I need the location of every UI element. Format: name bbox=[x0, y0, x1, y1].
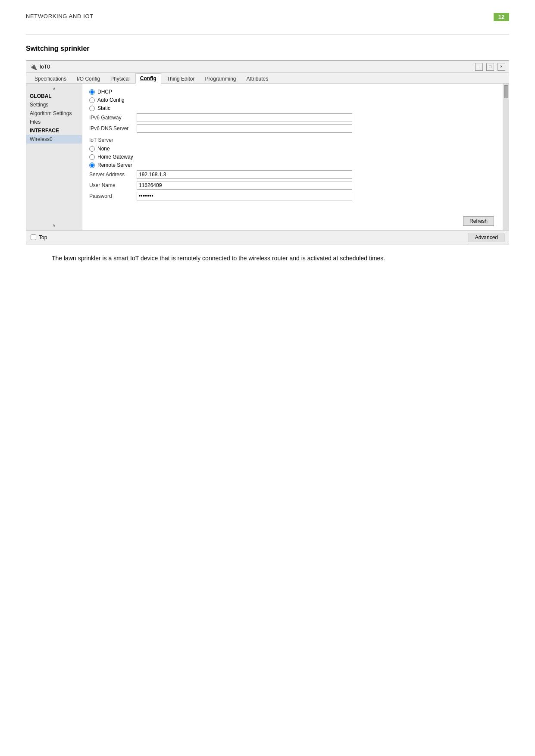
top-checkbox[interactable] bbox=[31, 234, 36, 240]
scroll-thumb[interactable] bbox=[504, 85, 508, 98]
none-radio[interactable] bbox=[89, 146, 95, 152]
page-title: NETWORKING AND IOT bbox=[26, 13, 94, 19]
sidebar-item-settings[interactable]: Settings bbox=[26, 100, 82, 109]
minimize-button[interactable]: – bbox=[475, 63, 483, 71]
server-address-label: Server Address bbox=[89, 172, 137, 178]
sidebar-scroll-down[interactable]: ∨ bbox=[26, 222, 82, 228]
body-text: The lawn sprinkler is a smart IoT device… bbox=[26, 253, 509, 264]
sidebar-item-algorithm-settings[interactable]: Algorithm Settings bbox=[26, 109, 82, 118]
config-content-panel: DHCP Auto Config Static IPv6 Gateway IPv… bbox=[82, 84, 503, 230]
window-icon: 🔌 bbox=[30, 63, 37, 70]
header-divider bbox=[26, 34, 509, 34]
body-paragraph: The lawn sprinkler is a smart IoT device… bbox=[26, 253, 509, 264]
remote-server-label[interactable]: Remote Server bbox=[97, 162, 132, 168]
auto-config-radio[interactable] bbox=[89, 97, 95, 103]
password-row: Password bbox=[89, 192, 496, 200]
page-header: NETWORKING AND IOT 12 bbox=[26, 13, 509, 21]
section-heading: Switching sprinkler bbox=[26, 45, 509, 53]
sidebar-item-global[interactable]: GLOBAL bbox=[26, 92, 82, 100]
dhcp-radio[interactable] bbox=[89, 89, 95, 95]
user-name-input[interactable] bbox=[137, 181, 352, 190]
window-footer: Top Advanced bbox=[26, 230, 509, 244]
ipv6-gateway-input[interactable] bbox=[137, 113, 352, 122]
tab-programming[interactable]: Programming bbox=[200, 74, 241, 84]
ipv6-dns-server-row: IPv6 DNS Server bbox=[89, 124, 496, 133]
server-address-row: Server Address bbox=[89, 170, 496, 179]
window-controls: – □ × bbox=[475, 63, 505, 71]
user-name-label: User Name bbox=[89, 182, 137, 188]
auto-config-label[interactable]: Auto Config bbox=[97, 97, 125, 103]
none-radio-row: None bbox=[89, 146, 496, 152]
home-gateway-label[interactable]: Home Gateway bbox=[97, 154, 133, 160]
static-label[interactable]: Static bbox=[97, 105, 110, 111]
remote-server-radio[interactable] bbox=[89, 162, 95, 168]
tab-specifications[interactable]: Specifications bbox=[30, 74, 71, 84]
restore-button[interactable]: □ bbox=[486, 63, 494, 71]
static-radio-row: Static bbox=[89, 105, 496, 111]
sidebar-item-files[interactable]: Files bbox=[26, 118, 82, 126]
ipv6-gateway-label: IPv6 Gateway bbox=[89, 115, 137, 121]
sidebar-scroll-up[interactable]: ∧ bbox=[26, 85, 82, 92]
remote-server-radio-row: Remote Server bbox=[89, 162, 496, 168]
scroll-indicator bbox=[503, 84, 509, 230]
window-title-group: 🔌 IoT0 bbox=[30, 63, 50, 70]
user-name-row: User Name bbox=[89, 181, 496, 190]
tab-attributes[interactable]: Attributes bbox=[242, 74, 273, 84]
iot-server-section-label: IoT Server bbox=[89, 137, 496, 143]
window-title-text: IoT0 bbox=[40, 64, 50, 70]
tab-physical[interactable]: Physical bbox=[106, 74, 135, 84]
window-body: ∧ GLOBAL Settings Algorithm Settings Fil… bbox=[26, 84, 509, 230]
sidebar-item-wireless0[interactable]: Wireless0 bbox=[26, 135, 82, 144]
iot-window: 🔌 IoT0 – □ × Specifications I/O Config P… bbox=[26, 60, 509, 244]
home-gateway-radio[interactable] bbox=[89, 154, 95, 160]
ipv6-dns-server-input[interactable] bbox=[137, 124, 352, 133]
server-address-input[interactable] bbox=[137, 170, 352, 179]
dhcp-radio-row: DHCP bbox=[89, 89, 496, 95]
tab-config[interactable]: Config bbox=[135, 73, 161, 84]
window-titlebar: 🔌 IoT0 – □ × bbox=[26, 61, 509, 73]
page-number: 12 bbox=[494, 13, 509, 21]
sidebar-item-interface[interactable]: INTERFACE bbox=[26, 126, 82, 135]
tabs-bar: Specifications I/O Config Physical Confi… bbox=[26, 73, 509, 84]
static-radio[interactable] bbox=[89, 106, 95, 111]
sidebar: ∧ GLOBAL Settings Algorithm Settings Fil… bbox=[26, 84, 82, 230]
auto-config-radio-row: Auto Config bbox=[89, 97, 496, 103]
refresh-button[interactable]: Refresh bbox=[463, 216, 494, 226]
ipv6-dns-server-label: IPv6 DNS Server bbox=[89, 125, 137, 131]
ipv6-gateway-row: IPv6 Gateway bbox=[89, 113, 496, 122]
top-label: Top bbox=[39, 234, 47, 241]
tab-thing-editor[interactable]: Thing Editor bbox=[162, 74, 200, 84]
footer-left: Top bbox=[31, 234, 47, 241]
password-label: Password bbox=[89, 193, 137, 199]
tab-io-config[interactable]: I/O Config bbox=[72, 74, 105, 84]
password-input[interactable] bbox=[137, 192, 352, 200]
dhcp-label[interactable]: DHCP bbox=[97, 89, 112, 95]
home-gateway-radio-row: Home Gateway bbox=[89, 154, 496, 160]
close-button[interactable]: × bbox=[497, 63, 505, 71]
advanced-button[interactable]: Advanced bbox=[469, 233, 504, 242]
none-label[interactable]: None bbox=[97, 146, 110, 152]
